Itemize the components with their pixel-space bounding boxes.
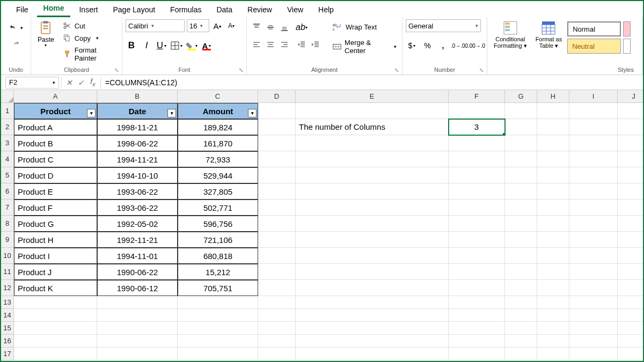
- cell-G13[interactable]: [505, 296, 537, 309]
- cell-I16[interactable]: [569, 335, 618, 348]
- cell-G17[interactable]: [505, 348, 537, 360]
- cell-G1[interactable]: [505, 103, 537, 119]
- cell-G14[interactable]: [505, 309, 537, 322]
- row-header-10[interactable]: 10: [1, 248, 14, 264]
- cell-C2[interactable]: 189,824: [178, 119, 258, 135]
- cell-C8[interactable]: 596,756: [178, 216, 258, 232]
- cell-C1[interactable]: Amount▾: [178, 103, 258, 119]
- cell-E9[interactable]: [296, 232, 449, 248]
- column-header-A[interactable]: A: [14, 90, 97, 103]
- cell-B13[interactable]: [97, 296, 178, 309]
- cut-button[interactable]: Cut: [60, 20, 119, 31]
- cell-D15[interactable]: [258, 322, 296, 335]
- cell-I12[interactable]: [569, 280, 618, 296]
- cell-H10[interactable]: [537, 248, 569, 264]
- menu-tab-help[interactable]: Help: [312, 3, 340, 17]
- cell-C3[interactable]: 161,870: [178, 135, 258, 151]
- number-format-combo[interactable]: General▾: [406, 19, 481, 32]
- cell-I4[interactable]: [569, 151, 618, 167]
- align-middle-button[interactable]: [264, 21, 277, 33]
- row-header-1[interactable]: 1: [1, 103, 14, 119]
- cell-D6[interactable]: [258, 183, 296, 200]
- filter-button-product[interactable]: ▾: [87, 109, 96, 117]
- column-header-E[interactable]: E: [296, 90, 449, 103]
- cell-B6[interactable]: 1993-06-22: [97, 183, 178, 200]
- cell-A17[interactable]: [14, 348, 97, 360]
- cell-C7[interactable]: 502,771: [178, 200, 258, 216]
- row-header-5[interactable]: 5: [1, 167, 14, 183]
- cell-D16[interactable]: [258, 335, 296, 348]
- cell-D7[interactable]: [258, 200, 296, 216]
- align-bottom-button[interactable]: [278, 21, 291, 33]
- cell-E13[interactable]: [296, 296, 449, 309]
- cell-B17[interactable]: [97, 348, 178, 360]
- cell-A3[interactable]: Product B: [14, 135, 97, 151]
- cell-E7[interactable]: [296, 200, 449, 216]
- cell-G7[interactable]: [505, 200, 537, 216]
- font-size-combo[interactable]: 16▾: [187, 19, 209, 32]
- merge-center-button[interactable]: Merge & Center▾: [331, 38, 399, 56]
- font-color-button[interactable]: A▾: [201, 40, 213, 51]
- cell-G9[interactable]: [505, 232, 537, 248]
- cell-G8[interactable]: [505, 216, 537, 232]
- cell-A14[interactable]: [14, 309, 97, 322]
- cell-J17[interactable]: [618, 348, 644, 360]
- filter-button-amount[interactable]: ▾: [248, 109, 257, 117]
- increase-decimal-button[interactable]: .0→.00: [452, 40, 466, 51]
- column-header-D[interactable]: D: [258, 90, 296, 103]
- cell-I7[interactable]: [569, 200, 618, 216]
- cell-J8[interactable]: [618, 216, 644, 232]
- column-header-J[interactable]: J: [618, 90, 644, 103]
- cell-E6[interactable]: [296, 183, 449, 200]
- cell-A6[interactable]: Product E: [14, 183, 97, 200]
- cell-F6[interactable]: [449, 183, 505, 200]
- cell-C11[interactable]: 15,212: [178, 264, 258, 280]
- cell-E16[interactable]: [296, 335, 449, 348]
- cell-I9[interactable]: [569, 232, 618, 248]
- menu-tab-file[interactable]: File: [10, 3, 35, 17]
- cell-F12[interactable]: [449, 280, 505, 296]
- cell-I5[interactable]: [569, 167, 618, 183]
- cell-F3[interactable]: [449, 135, 505, 151]
- comma-format-button[interactable]: ,: [437, 40, 449, 51]
- decrease-decimal-button[interactable]: .00→.0: [470, 40, 484, 51]
- cell-E3[interactable]: [296, 135, 449, 151]
- column-header-B[interactable]: B: [97, 90, 178, 103]
- cell-D1[interactable]: [258, 103, 296, 119]
- cell-J14[interactable]: [618, 309, 644, 322]
- cell-D2[interactable]: [258, 119, 296, 135]
- cell-I1[interactable]: [569, 103, 618, 119]
- cell-C9[interactable]: 721,106: [178, 232, 258, 248]
- cell-D11[interactable]: [258, 264, 296, 280]
- cell-H17[interactable]: [537, 348, 569, 360]
- cell-A4[interactable]: Product C: [14, 151, 97, 167]
- cell-B15[interactable]: [97, 322, 178, 335]
- cell-H7[interactable]: [537, 200, 569, 216]
- cell-F8[interactable]: [449, 216, 505, 232]
- cell-E10[interactable]: [296, 248, 449, 264]
- orientation-button[interactable]: ab▾: [295, 21, 308, 33]
- cell-H6[interactable]: [537, 183, 569, 200]
- cell-H8[interactable]: [537, 216, 569, 232]
- column-header-I[interactable]: I: [569, 90, 618, 103]
- cell-A10[interactable]: Product I: [14, 248, 97, 264]
- cell-D4[interactable]: [258, 151, 296, 167]
- cell-G16[interactable]: [505, 335, 537, 348]
- menu-tab-view[interactable]: View: [281, 3, 310, 17]
- select-all-corner[interactable]: [1, 90, 14, 103]
- column-header-F[interactable]: F: [449, 90, 505, 103]
- row-header-6[interactable]: 6: [1, 183, 14, 200]
- menu-tab-review[interactable]: Review: [241, 3, 279, 17]
- menu-tab-home[interactable]: Home: [37, 2, 71, 17]
- cell-I14[interactable]: [569, 309, 618, 322]
- increase-font-button[interactable]: A▴: [211, 20, 223, 32]
- cell-I6[interactable]: [569, 183, 618, 200]
- cell-style-more[interactable]: [623, 39, 631, 54]
- cell-E4[interactable]: [296, 151, 449, 167]
- row-header-9[interactable]: 9: [1, 232, 14, 248]
- row-header-8[interactable]: 8: [1, 216, 14, 232]
- cell-F2[interactable]: 3: [449, 119, 505, 135]
- row-header-7[interactable]: 7: [1, 200, 14, 216]
- cell-I13[interactable]: [569, 296, 618, 309]
- cell-E12[interactable]: [296, 280, 449, 296]
